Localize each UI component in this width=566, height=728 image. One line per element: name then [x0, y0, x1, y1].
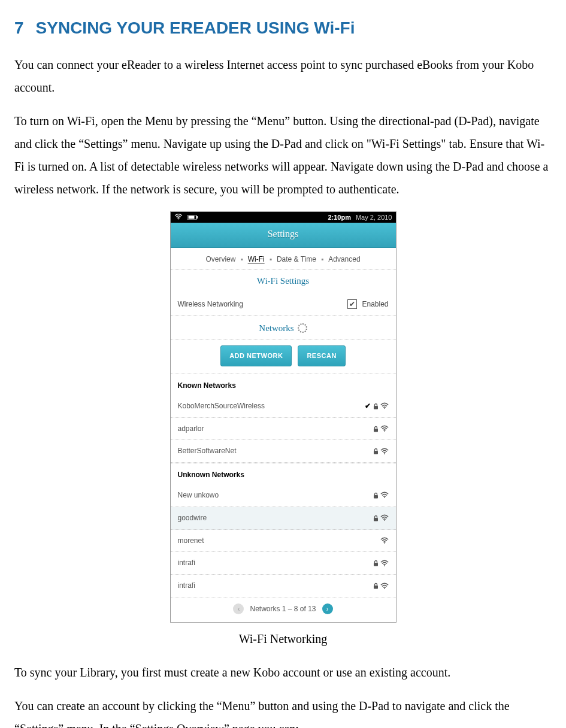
networks-heading: Networks [171, 316, 396, 340]
svg-rect-12 [374, 518, 378, 521]
network-name: goodwire [178, 511, 372, 525]
pager-prev-button[interactable]: ‹ [233, 603, 244, 614]
network-row[interactable]: New unkowo [171, 484, 396, 507]
network-row[interactable]: KoboMerchSourceWireless✔ [171, 395, 396, 418]
tab-overview[interactable]: Overview [205, 253, 235, 266]
svg-rect-3 [188, 216, 194, 219]
svg-point-9 [384, 453, 385, 454]
pager-text: Networks 1 – 8 of 13 [250, 602, 316, 616]
svg-point-7 [384, 430, 385, 432]
svg-rect-4 [374, 406, 378, 410]
network-name: intrafi [178, 579, 372, 593]
status-time: 2:10pm [328, 211, 351, 224]
network-name: KoboMerchSourceWireless [178, 399, 364, 413]
wifi-signal-icon [380, 425, 389, 432]
wireless-toggle-label: Wireless Networking [178, 298, 348, 311]
lock-icon [372, 583, 380, 589]
status-bar: 2:10pm May 2, 2010 [171, 212, 396, 223]
screenshot-caption: Wi-Fi Networking [14, 627, 552, 650]
network-name: morenet [178, 534, 372, 548]
settings-banner: Settings [171, 223, 396, 247]
wireless-checkbox[interactable]: ✔ [347, 299, 357, 309]
network-name: adparlor [178, 422, 372, 436]
wifi-signal-icon [380, 514, 389, 521]
ereader-screenshot: 2:10pm May 2, 2010 Settings Overview ▪ W… [170, 211, 396, 623]
svg-point-5 [384, 408, 385, 409]
svg-point-0 [178, 219, 179, 220]
network-row[interactable]: BetterSoftwareNet [171, 440, 396, 463]
wifi-signal-icon [380, 492, 389, 499]
paragraph-4: You can create an account by clicking th… [14, 694, 552, 728]
wifi-signal-icon [380, 560, 389, 567]
known-networks-heading: Known Networks [171, 374, 396, 395]
paragraph-3: To sync your Library, you first must cre… [14, 661, 552, 684]
connected-check-icon: ✔ [364, 399, 372, 413]
lock-icon [372, 515, 380, 521]
svg-rect-8 [374, 451, 378, 454]
svg-rect-17 [374, 586, 378, 589]
pager-next-button[interactable]: › [322, 603, 333, 614]
svg-point-16 [384, 565, 385, 566]
lock-icon [372, 492, 380, 499]
wifi-signal-icon [380, 448, 389, 455]
paragraph-1: You can connect your eReader to a wirele… [14, 53, 552, 99]
network-row[interactable]: intrafi [171, 575, 396, 597]
svg-point-11 [384, 498, 385, 499]
wifi-signal-icon [380, 583, 389, 590]
paragraph-2: To turn on Wi-Fi, open the Menu by press… [14, 110, 552, 201]
settings-tabs: Overview ▪ Wi-Fi ▪ Date & Time ▪ Advance… [171, 248, 396, 270]
svg-rect-6 [374, 429, 378, 432]
rescan-button[interactable]: RESCAN [298, 345, 345, 366]
lock-icon [372, 448, 380, 454]
lock-icon [372, 426, 380, 432]
network-name: BetterSoftwareNet [178, 444, 372, 458]
wifi-signal-icon [380, 402, 389, 410]
add-network-button[interactable]: ADD NETWORK [220, 345, 292, 366]
tab-datetime[interactable]: Date & Time [277, 253, 316, 266]
network-row[interactable]: goodwire [171, 507, 396, 530]
section-number: 7 [14, 19, 24, 37]
loading-spinner-icon [298, 323, 307, 333]
wifi-settings-label: Wi-Fi Settings [171, 269, 396, 293]
section-heading: 7SYNCING YOUR EREADER USING Wi-Fi [14, 12, 552, 44]
svg-rect-15 [374, 563, 378, 566]
network-pager: ‹ Networks 1 – 8 of 13 › [171, 597, 396, 622]
unknown-networks-heading: Unknown Networks [171, 463, 396, 484]
battery-icon [187, 211, 198, 224]
svg-point-18 [384, 588, 385, 589]
wireless-toggle-row[interactable]: Wireless Networking ✔ Enabled [171, 293, 396, 316]
svg-rect-2 [196, 216, 198, 219]
network-name: intrafi [178, 556, 372, 570]
lock-icon [372, 560, 380, 566]
svg-rect-10 [374, 495, 378, 499]
network-row[interactable]: morenet [171, 530, 396, 553]
tab-wifi[interactable]: Wi-Fi [248, 253, 265, 266]
network-row[interactable]: intrafi [171, 552, 396, 575]
lock-icon [372, 403, 380, 410]
wireless-state: Enabled [362, 298, 388, 311]
network-row[interactable]: adparlor [171, 418, 396, 441]
wifi-status-icon [174, 211, 183, 224]
tab-advanced[interactable]: Advanced [328, 253, 360, 266]
section-title: SYNCING YOUR EREADER USING Wi-Fi [36, 19, 355, 37]
svg-point-14 [384, 542, 385, 544]
wifi-signal-icon [380, 537, 389, 544]
svg-point-13 [384, 520, 385, 521]
status-date: May 2, 2010 [356, 211, 392, 224]
network-name: New unkowo [178, 489, 372, 502]
